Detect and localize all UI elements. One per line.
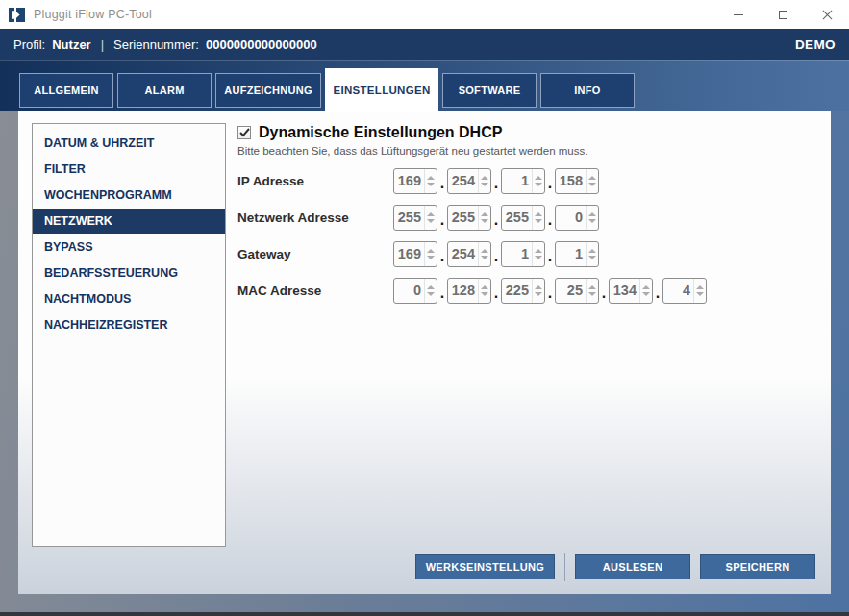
sidebar-item-wochenprogramm[interactable]: WOCHENPROGRAMM bbox=[33, 183, 225, 209]
spinner-up-icon[interactable] bbox=[588, 249, 596, 253]
netzwerk-adresse-octet-2-spinner[interactable]: 255 bbox=[501, 205, 545, 231]
spinner-up-icon[interactable] bbox=[481, 212, 488, 216]
netzwerk-adresse-octet-0-spinner[interactable]: 255 bbox=[393, 205, 437, 231]
mac-adresse-octet-3-value: 25 bbox=[556, 279, 586, 303]
spinner-up-icon[interactable] bbox=[481, 285, 488, 289]
mac-adresse-octets: 0.128.225.25.134.4 bbox=[393, 278, 707, 304]
tab-info[interactable]: INFO bbox=[540, 73, 635, 108]
octet-separator: . bbox=[437, 209, 447, 231]
spinner-up-icon[interactable] bbox=[588, 212, 596, 216]
tab-software[interactable]: SOFTWARE bbox=[442, 73, 537, 108]
spinner-arrows bbox=[424, 169, 437, 193]
mac-adresse-octet-5-spinner[interactable]: 4 bbox=[662, 278, 707, 304]
sidebar-item-datum-uhrzeit[interactable]: DATUM & UHRZEIT bbox=[33, 131, 225, 157]
gateway-octet-2-spinner[interactable]: 1 bbox=[501, 241, 545, 267]
minimize-button[interactable] bbox=[716, 0, 761, 29]
spinner-up-icon[interactable] bbox=[588, 285, 596, 289]
spinner-down-icon[interactable] bbox=[588, 219, 596, 223]
spinner-down-icon[interactable] bbox=[481, 292, 488, 296]
tab-list: ALLGEMEIN ALARM AUFZEICHNUNG EINSTELLUNG… bbox=[19, 68, 638, 111]
netzwerk-adresse-octet-1-spinner[interactable]: 255 bbox=[447, 205, 491, 231]
spinner-down-icon[interactable] bbox=[427, 183, 435, 186]
tab-strip: ALLGEMEIN ALARM AUFZEICHNUNG EINSTELLUNG… bbox=[0, 60, 849, 111]
sidebar-item-bypass[interactable]: BYPASS bbox=[33, 234, 225, 260]
serial-label: Seriennummer: bbox=[113, 37, 199, 52]
gateway-octet-0-spinner[interactable]: 169 bbox=[393, 241, 437, 267]
spinner-up-icon[interactable] bbox=[535, 176, 542, 180]
spinner-up-icon[interactable] bbox=[481, 249, 488, 253]
netzwerk-adresse-octet-1-value: 255 bbox=[448, 206, 478, 230]
spinner-arrows bbox=[478, 169, 490, 193]
spinner-down-icon[interactable] bbox=[588, 292, 596, 296]
serial-value: 0000000000000000 bbox=[206, 37, 317, 52]
window-title: Pluggit iFlow PC-Tool bbox=[34, 8, 152, 21]
spinner-down-icon[interactable] bbox=[642, 292, 650, 296]
ip-adresse-octet-2-spinner[interactable]: 1 bbox=[501, 168, 545, 194]
auslesen-button[interactable]: AUSLESEN bbox=[575, 554, 690, 579]
maximize-button[interactable] bbox=[761, 0, 805, 29]
tab-aufzeichnung[interactable]: AUFZEICHNUNG bbox=[215, 73, 321, 108]
settings-panel: DATUM & UHRZEIT FILTER WOCHENPROGRAMM NE… bbox=[18, 111, 831, 594]
spinner-down-icon[interactable] bbox=[535, 219, 542, 223]
spinner-down-icon[interactable] bbox=[535, 256, 542, 259]
spinner-up-icon[interactable] bbox=[427, 249, 435, 253]
werkseinstellung-button[interactable]: WERKSEINSTELLUNG bbox=[415, 554, 555, 579]
mac-adresse-octet-1-spinner[interactable]: 128 bbox=[447, 278, 491, 304]
gateway-octet-2-value: 1 bbox=[502, 242, 532, 266]
sidebar-item-bedarfssteuerung[interactable]: BEDARFSSTEUERUNG bbox=[33, 260, 225, 286]
spinner-up-icon[interactable] bbox=[427, 285, 435, 289]
spinner-up-icon[interactable] bbox=[588, 176, 596, 180]
spinner-down-icon[interactable] bbox=[588, 256, 596, 259]
spinner-arrows bbox=[532, 169, 544, 193]
gateway-octet-1-spinner[interactable]: 254 bbox=[447, 241, 491, 267]
address-fields: IP Adresse 169.254.1.158 Netzwerk Adress… bbox=[237, 168, 815, 304]
spinner-down-icon[interactable] bbox=[481, 183, 488, 186]
ip-adresse-octet-1-value: 254 bbox=[448, 169, 478, 193]
mac-adresse-octet-3-spinner[interactable]: 25 bbox=[555, 278, 599, 304]
settings-sidebar: DATUM & UHRZEIT FILTER WOCHENPROGRAMM NE… bbox=[32, 123, 226, 547]
spinner-down-icon[interactable] bbox=[481, 256, 488, 259]
spinner-down-icon[interactable] bbox=[696, 292, 704, 296]
sidebar-item-nachtmodus[interactable]: NACHTMODUS bbox=[33, 286, 225, 312]
spinner-up-icon[interactable] bbox=[427, 176, 435, 180]
spinner-down-icon[interactable] bbox=[427, 219, 435, 223]
spinner-down-icon[interactable] bbox=[535, 183, 542, 186]
spinner-up-icon[interactable] bbox=[696, 285, 704, 289]
gateway-octet-3-value: 1 bbox=[556, 242, 586, 266]
spinner-arrows bbox=[478, 242, 490, 266]
ip-adresse-octet-2-value: 1 bbox=[502, 169, 532, 193]
gateway-octet-1-value: 254 bbox=[448, 242, 478, 266]
mac-adresse-octet-0-spinner[interactable]: 0 bbox=[393, 278, 437, 304]
mac-adresse-octet-4-spinner[interactable]: 134 bbox=[609, 278, 653, 304]
spinner-down-icon[interactable] bbox=[481, 219, 488, 223]
ip-adresse-octet-1-spinner[interactable]: 254 bbox=[447, 168, 491, 194]
spinner-up-icon[interactable] bbox=[535, 285, 542, 289]
netzwerk-adresse-octet-3-spinner[interactable]: 0 bbox=[555, 205, 599, 231]
spinner-down-icon[interactable] bbox=[588, 183, 596, 186]
spinner-down-icon[interactable] bbox=[535, 292, 542, 296]
spinner-down-icon[interactable] bbox=[427, 292, 435, 296]
sidebar-item-nachheizregister[interactable]: NACHHEIZREGISTER bbox=[33, 312, 225, 338]
tab-allgemein[interactable]: ALLGEMEIN bbox=[19, 73, 113, 108]
close-button[interactable] bbox=[805, 0, 849, 29]
netzwerk-adresse-octet-3-value: 0 bbox=[556, 206, 586, 230]
mac-adresse-octet-2-spinner[interactable]: 225 bbox=[501, 278, 545, 304]
sidebar-item-netzwerk[interactable]: NETZWERK bbox=[33, 209, 225, 234]
gateway-octet-3-spinner[interactable]: 1 bbox=[555, 241, 599, 267]
sidebar-item-filter[interactable]: FILTER bbox=[33, 157, 225, 183]
tab-einstellungen[interactable]: EINSTELLUNGEN bbox=[325, 68, 438, 112]
spinner-down-icon[interactable] bbox=[427, 256, 435, 259]
spinner-arrows bbox=[586, 279, 598, 303]
spinner-up-icon[interactable] bbox=[535, 249, 542, 253]
spinner-arrows bbox=[424, 242, 437, 266]
ip-adresse-octet-0-spinner[interactable]: 169 bbox=[393, 168, 437, 194]
tab-alarm[interactable]: ALARM bbox=[117, 73, 212, 108]
spinner-up-icon[interactable] bbox=[427, 212, 435, 216]
dhcp-checkbox[interactable] bbox=[237, 126, 251, 139]
spinner-up-icon[interactable] bbox=[481, 176, 488, 180]
speichern-button[interactable]: SPEICHERN bbox=[700, 554, 815, 579]
ip-adresse-octet-3-spinner[interactable]: 158 bbox=[555, 168, 599, 194]
spinner-arrows bbox=[532, 206, 544, 230]
spinner-up-icon[interactable] bbox=[642, 285, 650, 289]
spinner-up-icon[interactable] bbox=[535, 212, 542, 216]
